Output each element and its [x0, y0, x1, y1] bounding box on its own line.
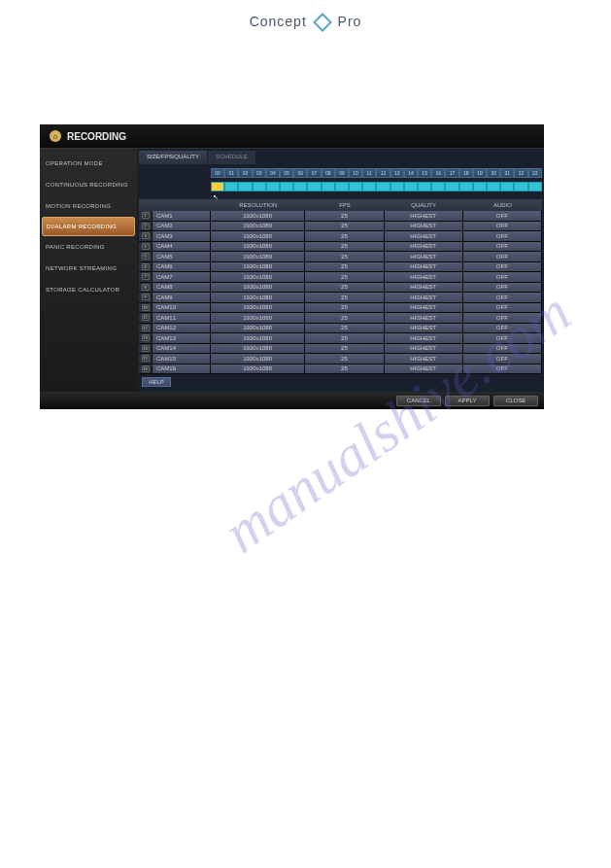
timeline-slot-09[interactable]: [335, 182, 349, 191]
timeline-hour-07[interactable]: 07: [307, 168, 321, 178]
timeline-hour-16[interactable]: 16: [431, 168, 445, 178]
quality-cell[interactable]: HIGHEST: [385, 272, 463, 282]
row-checkbox[interactable]: 14: [139, 344, 153, 354]
row-checkbox[interactable]: 13: [139, 333, 153, 343]
quality-cell[interactable]: HIGHEST: [385, 211, 463, 221]
tab-size-fps-quality[interactable]: SIZE/FPS/QUALITY: [139, 151, 208, 164]
audio-cell[interactable]: OFF: [463, 324, 542, 333]
quality-cell[interactable]: HIGHEST: [385, 303, 463, 313]
resolution-cell[interactable]: 1920x1080: [211, 354, 305, 364]
timeline-hour-13[interactable]: 13: [390, 168, 404, 178]
resolution-cell[interactable]: 1920x1080: [211, 303, 305, 313]
quality-cell[interactable]: HIGHEST: [385, 365, 463, 374]
quality-cell[interactable]: HIGHEST: [385, 262, 463, 272]
resolution-cell[interactable]: 1920x1080: [211, 222, 305, 231]
fps-cell[interactable]: 25: [305, 252, 384, 261]
quality-cell[interactable]: HIGHEST: [385, 252, 463, 261]
help-button[interactable]: HELP: [142, 377, 171, 387]
timeline-slot-14[interactable]: [404, 182, 418, 191]
timeline-slot-00[interactable]: [211, 182, 224, 191]
sidebar-item-storage-calculator[interactable]: STORAGE CALCULATOR: [40, 279, 137, 300]
timeline-slot-18[interactable]: [459, 182, 473, 191]
quality-cell[interactable]: HIGHEST: [385, 324, 463, 333]
timeline-slot-17[interactable]: [445, 182, 458, 191]
row-checkbox[interactable]: 7: [139, 272, 153, 282]
timeline-slot-10[interactable]: [349, 182, 362, 191]
fps-cell[interactable]: 25: [305, 365, 384, 374]
audio-cell[interactable]: OFF: [463, 313, 542, 323]
audio-cell[interactable]: OFF: [463, 252, 542, 261]
resolution-cell[interactable]: 1920x1080: [211, 324, 305, 333]
cancel-button[interactable]: CANCEL: [396, 396, 441, 406]
timeline-hour-20[interactable]: 20: [487, 168, 500, 178]
quality-cell[interactable]: HIGHEST: [385, 293, 463, 302]
audio-cell[interactable]: OFF: [463, 293, 542, 302]
audio-cell[interactable]: OFF: [463, 354, 542, 364]
fps-cell[interactable]: 25: [305, 354, 384, 364]
timeline-slot-08[interactable]: [322, 182, 335, 191]
timeline-hour-22[interactable]: 22: [514, 168, 527, 178]
row-checkbox[interactable]: 11: [139, 313, 153, 323]
timeline-hour-12[interactable]: 12: [376, 168, 390, 178]
fps-cell[interactable]: 25: [305, 242, 384, 252]
timeline-hour-21[interactable]: 21: [500, 168, 514, 178]
timeline-hour-04[interactable]: 04: [266, 168, 280, 178]
fps-cell[interactable]: 25: [305, 293, 384, 302]
timeline-slot-13[interactable]: [390, 182, 404, 191]
timeline-hour-11[interactable]: 11: [362, 168, 376, 178]
sidebar-item-motion-recording[interactable]: MOTION RECORDING: [40, 195, 137, 217]
row-checkbox[interactable]: 3: [139, 231, 153, 241]
resolution-cell[interactable]: 1920x1080: [211, 231, 305, 241]
quality-cell[interactable]: HIGHEST: [385, 344, 463, 354]
timeline-slot-19[interactable]: [473, 182, 487, 191]
row-checkbox[interactable]: 8: [139, 283, 153, 293]
sidebar-item-operation-mode[interactable]: OPERATION MODE: [40, 153, 137, 174]
audio-cell[interactable]: OFF: [463, 283, 542, 293]
tab-schedule[interactable]: SCHEDULE: [208, 151, 256, 164]
timeline-slot-20[interactable]: [487, 182, 500, 191]
audio-cell[interactable]: OFF: [463, 242, 542, 252]
row-checkbox[interactable]: 15: [139, 354, 153, 364]
close-button[interactable]: CLOSE: [493, 396, 538, 406]
sidebar-item-di-alarm-recording[interactable]: DI/ALARM RECORDING: [42, 217, 135, 236]
timeline-hour-01[interactable]: 01: [224, 168, 238, 178]
audio-cell[interactable]: OFF: [463, 333, 542, 343]
home-icon[interactable]: ⌂: [50, 130, 61, 142]
timeline-hour-14[interactable]: 14: [404, 168, 418, 178]
timeline-slot-23[interactable]: [528, 182, 542, 191]
audio-cell[interactable]: OFF: [463, 211, 542, 221]
sidebar-item-panic-recording[interactable]: PANIC RECORDING: [40, 236, 137, 258]
timeline-slot-21[interactable]: [500, 182, 514, 191]
resolution-cell[interactable]: 1920x1080: [211, 283, 305, 293]
sidebar-item-network-streaming[interactable]: NETWORK STREAMING: [40, 258, 137, 279]
quality-cell[interactable]: HIGHEST: [385, 354, 463, 364]
audio-cell[interactable]: OFF: [463, 222, 542, 231]
row-checkbox[interactable]: 2: [139, 222, 153, 231]
audio-cell[interactable]: OFF: [463, 344, 542, 354]
fps-cell[interactable]: 25: [305, 272, 384, 282]
resolution-cell[interactable]: 1920x1080: [211, 252, 305, 261]
timeline-slot-16[interactable]: [431, 182, 445, 191]
timeline-slot-11[interactable]: [362, 182, 376, 191]
timeline-slot-01[interactable]: [224, 182, 238, 191]
timeline-hour-02[interactable]: 02: [238, 168, 252, 178]
quality-cell[interactable]: HIGHEST: [385, 333, 463, 343]
timeline-track[interactable]: [139, 182, 542, 191]
timeline-slot-04[interactable]: [266, 182, 280, 191]
resolution-cell[interactable]: 1920x1080: [211, 344, 305, 354]
timeline-slot-22[interactable]: [514, 182, 527, 191]
quality-cell[interactable]: HIGHEST: [385, 313, 463, 323]
timeline-slot-07[interactable]: [307, 182, 321, 191]
timeline-hour-08[interactable]: 08: [322, 168, 335, 178]
timeline-hour-00[interactable]: 00: [211, 168, 224, 178]
audio-cell[interactable]: OFF: [463, 365, 542, 374]
timeline-hour-18[interactable]: 18: [459, 168, 473, 178]
timeline-hour-23[interactable]: 23: [528, 168, 542, 178]
row-checkbox[interactable]: 5: [139, 252, 153, 261]
apply-button[interactable]: APPLY: [445, 396, 490, 406]
fps-cell[interactable]: 25: [305, 283, 384, 293]
timeline-hour-10[interactable]: 10: [349, 168, 362, 178]
fps-cell[interactable]: 25: [305, 333, 384, 343]
timeline-hour-03[interactable]: 03: [253, 168, 266, 178]
timeline-hour-15[interactable]: 15: [418, 168, 431, 178]
